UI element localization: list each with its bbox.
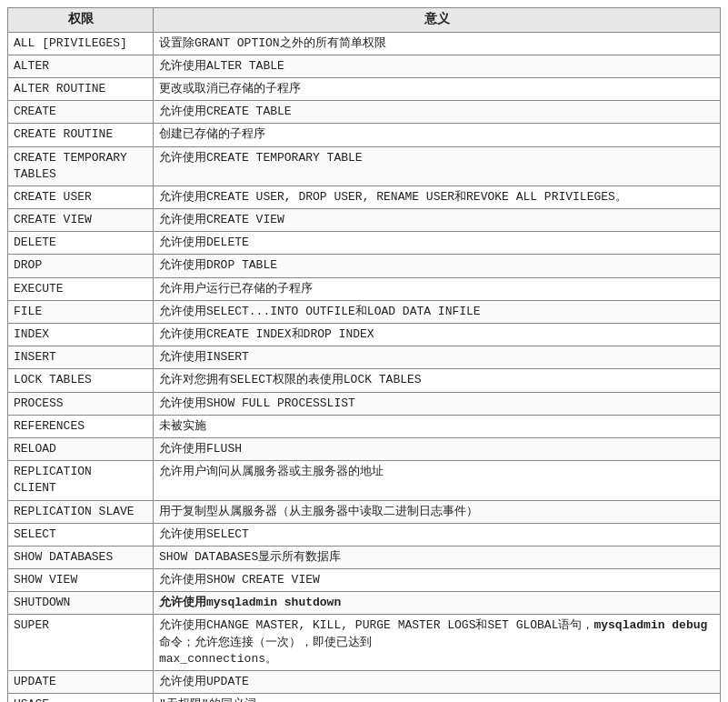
- cell-privilege: SHUTDOWN: [8, 592, 154, 615]
- cell-privilege: SELECT: [8, 523, 154, 546]
- cell-meaning: 允许使用FLUSH: [154, 437, 721, 460]
- cell-meaning: 允许用户询问从属服务器或主服务器的地址: [154, 461, 721, 500]
- cell-meaning: 允许使用SHOW CREATE VIEW: [154, 569, 721, 592]
- table-row: CREATE TEMPORARY TABLES允许使用CREATE TEMPOR…: [8, 146, 721, 186]
- cell-privilege: ALL [PRIVILEGES]: [8, 32, 154, 55]
- cell-privilege: CREATE USER: [8, 186, 154, 208]
- table-row: SHOW DATABASESSHOW DATABASES显示所有数据库: [8, 546, 721, 568]
- table-row: INDEX允许使用CREATE INDEX和DROP INDEX: [8, 324, 721, 346]
- table-row: RELOAD允许使用FLUSH: [8, 437, 721, 460]
- cell-privilege: SHOW VIEW: [8, 569, 154, 592]
- table-row: DELETE允许使用DELETE: [8, 232, 721, 255]
- table-row: USAGE"无权限"的同义词: [8, 694, 721, 702]
- cell-meaning: 允许使用INSERT: [154, 346, 721, 369]
- table-row: CREATE VIEW允许使用CREATE VIEW: [8, 209, 721, 232]
- cell-meaning: 允许使用UPDATE: [154, 671, 721, 694]
- cell-privilege: LOCK TABLES: [8, 369, 154, 392]
- cell-meaning: 允许使用CREATE INDEX和DROP INDEX: [154, 324, 721, 346]
- cell-meaning: 允许使用SELECT: [154, 523, 721, 546]
- cell-meaning: 允许用户运行已存储的子程序: [154, 277, 721, 300]
- table-row: ALTER允许使用ALTER TABLE: [8, 55, 721, 77]
- table-row: SHUTDOWN允许使用mysqladmin shutdown: [8, 592, 721, 615]
- cell-privilege: UPDATE: [8, 671, 154, 694]
- cell-meaning: 未被实施: [154, 415, 721, 437]
- cell-privilege: PROCESS: [8, 392, 154, 415]
- privileges-table: 权限 意义 ALL [PRIVILEGES]设置除GRANT OPTION之外的…: [7, 7, 721, 702]
- cell-privilege: CREATE TEMPORARY TABLES: [8, 146, 154, 186]
- cell-privilege: INDEX: [8, 324, 154, 346]
- cell-meaning: 允许使用SELECT...INTO OUTFILE和LOAD DATA INFI…: [154, 300, 721, 323]
- table-row: ALL [PRIVILEGES]设置除GRANT OPTION之外的所有简单权限: [8, 32, 721, 55]
- table-row: EXECUTE允许用户运行已存储的子程序: [8, 277, 721, 300]
- cell-meaning: "无权限"的同义词: [154, 694, 721, 702]
- cell-meaning: 允许使用SHOW FULL PROCESSLIST: [154, 392, 721, 415]
- table-row: REPLICATION SLAVE用于复制型从属服务器（从主服务器中读取二进制日…: [8, 500, 721, 523]
- cell-meaning: 允许对您拥有SELECT权限的表使用LOCK TABLES: [154, 369, 721, 392]
- cell-meaning: 设置除GRANT OPTION之外的所有简单权限: [154, 32, 721, 55]
- cell-privilege: CREATE VIEW: [8, 209, 154, 232]
- cell-privilege: USAGE: [8, 694, 154, 702]
- table-row: PROCESS允许使用SHOW FULL PROCESSLIST: [8, 392, 721, 415]
- cell-privilege: ALTER: [8, 55, 154, 77]
- cell-privilege: SUPER: [8, 615, 154, 671]
- table-row: SHOW VIEW允许使用SHOW CREATE VIEW: [8, 569, 721, 592]
- cell-meaning: 允许使用DROP TABLE: [154, 255, 721, 277]
- table-header-row: 权限 意义: [8, 8, 721, 33]
- cell-meaning: 更改或取消已存储的子程序: [154, 77, 721, 100]
- cell-privilege: REPLICATION SLAVE: [8, 500, 154, 523]
- table-row: LOCK TABLES允许对您拥有SELECT权限的表使用LOCK TABLES: [8, 369, 721, 392]
- table-row: UPDATE允许使用UPDATE: [8, 671, 721, 694]
- cell-meaning: 允许使用CREATE TEMPORARY TABLE: [154, 146, 721, 186]
- cell-privilege: SHOW DATABASES: [8, 546, 154, 568]
- cell-meaning: 允许使用CREATE VIEW: [154, 209, 721, 232]
- cell-meaning: 允许使用mysqladmin shutdown: [154, 592, 721, 615]
- table-row: SELECT允许使用SELECT: [8, 523, 721, 546]
- cell-meaning: 创建已存储的子程序: [154, 124, 721, 146]
- table-row: REFERENCES未被实施: [8, 415, 721, 437]
- cell-meaning: 允许使用CREATE USER, DROP USER, RENAME USER和…: [154, 186, 721, 208]
- cell-meaning: 允许使用CREATE TABLE: [154, 101, 721, 124]
- table-row: CREATE允许使用CREATE TABLE: [8, 101, 721, 124]
- cell-meaning: SHOW DATABASES显示所有数据库: [154, 546, 721, 568]
- cell-privilege: EXECUTE: [8, 277, 154, 300]
- table-row: DROP允许使用DROP TABLE: [8, 255, 721, 277]
- table-row: INSERT允许使用INSERT: [8, 346, 721, 369]
- cell-privilege: RELOAD: [8, 437, 154, 460]
- header-meaning: 意义: [154, 8, 721, 33]
- cell-privilege: DROP: [8, 255, 154, 277]
- cell-privilege: CREATE ROUTINE: [8, 124, 154, 146]
- table-row: CREATE ROUTINE创建已存储的子程序: [8, 124, 721, 146]
- cell-privilege: FILE: [8, 300, 154, 323]
- cell-privilege: DELETE: [8, 232, 154, 255]
- table-row: SUPER允许使用CHANGE MASTER, KILL, PURGE MAST…: [8, 615, 721, 671]
- cell-meaning: 允许使用CHANGE MASTER, KILL, PURGE MASTER LO…: [154, 615, 721, 671]
- cell-privilege: REFERENCES: [8, 415, 154, 437]
- cell-meaning: 允许使用ALTER TABLE: [154, 55, 721, 77]
- cell-privilege: CREATE: [8, 101, 154, 124]
- cell-privilege: REPLICATION CLIENT: [8, 461, 154, 500]
- page-wrapper: 权限 意义 ALL [PRIVILEGES]设置除GRANT OPTION之外的…: [0, 0, 728, 702]
- header-privilege: 权限: [8, 8, 154, 33]
- cell-meaning: 用于复制型从属服务器（从主服务器中读取二进制日志事件）: [154, 500, 721, 523]
- table-row: REPLICATION CLIENT允许用户询问从属服务器或主服务器的地址: [8, 461, 721, 500]
- table-row: CREATE USER允许使用CREATE USER, DROP USER, R…: [8, 186, 721, 208]
- table-row: ALTER ROUTINE更改或取消已存储的子程序: [8, 77, 721, 100]
- cell-privilege: ALTER ROUTINE: [8, 77, 154, 100]
- table-row: FILE允许使用SELECT...INTO OUTFILE和LOAD DATA …: [8, 300, 721, 323]
- cell-meaning: 允许使用DELETE: [154, 232, 721, 255]
- cell-privilege: INSERT: [8, 346, 154, 369]
